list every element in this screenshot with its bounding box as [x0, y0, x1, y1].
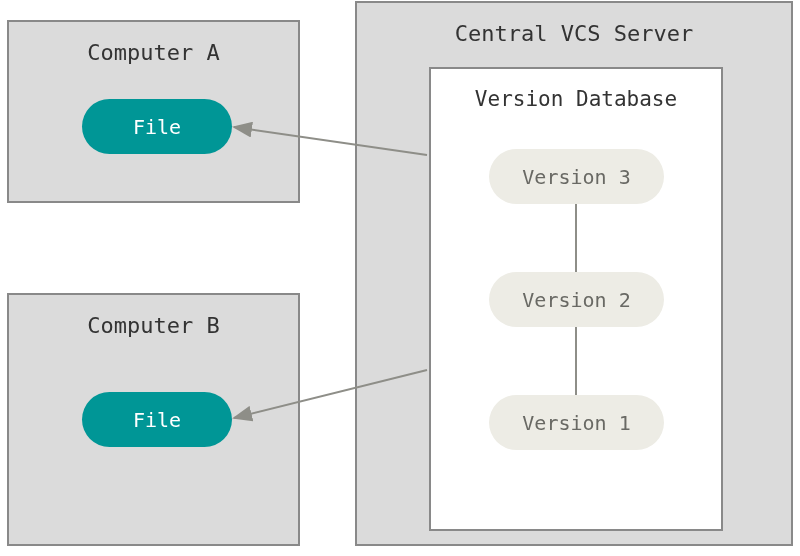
computer-a-box: Computer A File [7, 20, 300, 203]
computer-a-file: File [82, 99, 232, 154]
server-box: Central VCS Server Version Database Vers… [355, 1, 793, 546]
connector-2-1 [575, 327, 577, 395]
version-3-pill: Version 3 [489, 149, 664, 204]
computer-b-file: File [82, 392, 232, 447]
version-3-label: Version 3 [522, 165, 630, 189]
computer-b-box: Computer B File [7, 293, 300, 546]
file-b-label: File [133, 408, 181, 432]
connector-3-2 [575, 204, 577, 272]
version-1-pill: Version 1 [489, 395, 664, 450]
version-database-title: Version Database [431, 69, 721, 111]
version-database-box: Version Database Version 3 Version 2 Ver… [429, 67, 723, 531]
file-a-label: File [133, 115, 181, 139]
version-1-label: Version 1 [522, 411, 630, 435]
computer-a-title: Computer A [9, 22, 298, 65]
server-title: Central VCS Server [357, 3, 791, 46]
version-2-label: Version 2 [522, 288, 630, 312]
version-2-pill: Version 2 [489, 272, 664, 327]
computer-b-title: Computer B [9, 295, 298, 338]
